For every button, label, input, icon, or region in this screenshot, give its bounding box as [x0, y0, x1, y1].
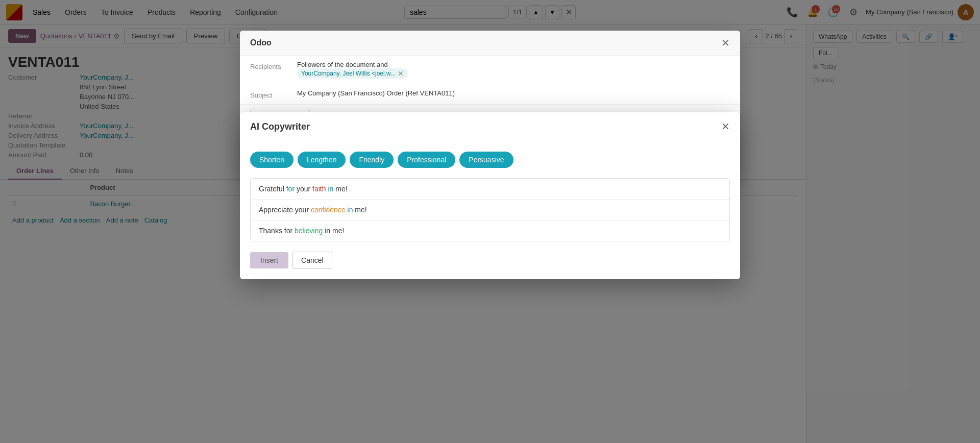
- recipient-tag: YourCompany, Joel Willis <joel.w... ✕: [297, 68, 408, 79]
- ai-dialog-header: AI Copywriter ✕: [240, 112, 740, 141]
- recipients-row: Recipients Followers of the document and…: [240, 56, 740, 84]
- email-dialog-title: Odoo: [250, 38, 272, 47]
- subject-value[interactable]: My Company (San Francisco) Order (Ref VE…: [297, 89, 730, 97]
- professional-button[interactable]: Professional: [398, 152, 455, 168]
- lengthen-button[interactable]: Lengthen: [298, 152, 346, 168]
- persuasive-button[interactable]: Persuasive: [459, 152, 513, 168]
- ai-dialog-title: AI Copywriter: [250, 121, 310, 132]
- ai-dialog-footer: Insert Cancel: [240, 252, 740, 279]
- friendly-button[interactable]: Friendly: [350, 152, 394, 168]
- shorten-button[interactable]: Shorten: [250, 152, 293, 168]
- subject-label: Subject: [250, 89, 291, 99]
- ai-dialog-body: Shorten Lengthen Friendly Professional P…: [240, 141, 740, 252]
- subject-row: Subject My Company (San Francisco) Order…: [240, 84, 740, 105]
- suggestion-2[interactable]: Appreciate your confidence in me!: [251, 200, 729, 220]
- ai-copywriter-dialog: AI Copywriter ✕ Shorten Lengthen Friendl…: [240, 112, 740, 279]
- recipients-text: Followers of the document and: [297, 61, 388, 68]
- suggestion-3[interactable]: Thanks for believing in me!: [251, 220, 729, 241]
- tag-remove-button[interactable]: ✕: [398, 69, 404, 78]
- suggestions-list: Grateful for your faith in me! Appreciat…: [250, 178, 730, 241]
- recipients-label: Recipients: [250, 61, 291, 70]
- suggestion-1[interactable]: Grateful for your faith in me!: [251, 179, 729, 200]
- email-dialog-header: Odoo ✕: [240, 31, 740, 56]
- tag-label: YourCompany, Joel Willis <joel.w...: [301, 70, 396, 77]
- recipients-value: Followers of the document and YourCompan…: [297, 61, 730, 79]
- ai-dialog-close-button[interactable]: ✕: [721, 120, 730, 133]
- insert-button[interactable]: Insert: [250, 252, 288, 268]
- ai-style-buttons: Shorten Lengthen Friendly Professional P…: [250, 152, 730, 168]
- ai-cancel-button[interactable]: Cancel: [292, 252, 332, 269]
- email-dialog-close-button[interactable]: ✕: [721, 37, 730, 49]
